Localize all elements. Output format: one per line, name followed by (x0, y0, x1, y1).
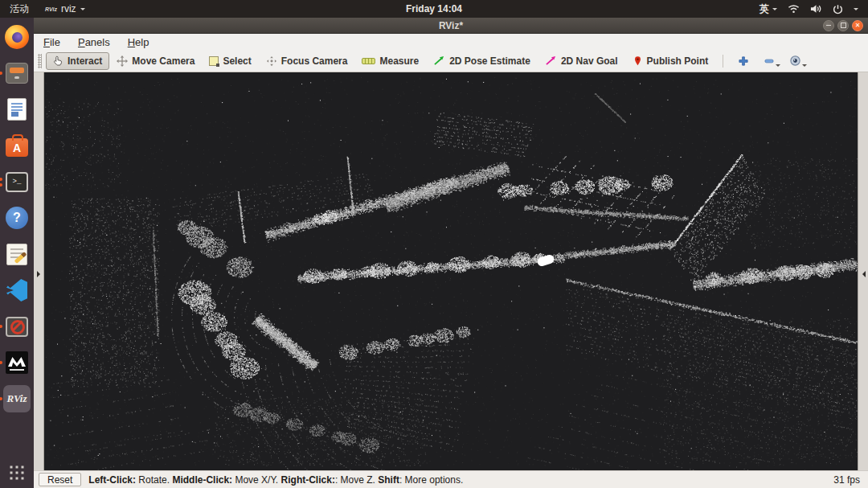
ubuntu-software-icon (6, 138, 28, 157)
system-top-bar: 活动 rviz Friday 14:04 英 (0, 0, 868, 18)
toolbar: Interact Move Camera Select Focus Camera (34, 50, 868, 72)
running-indicator (0, 168, 2, 195)
text-editor-icon (6, 244, 27, 265)
tool-move-camera[interactable]: Move Camera (109, 52, 202, 70)
tool-measure[interactable]: Measure (354, 52, 426, 70)
tool-interact[interactable]: Interact (46, 52, 109, 70)
dock-item-vscode[interactable] (3, 277, 31, 304)
terminal-icon (6, 172, 28, 192)
dock-item-blocked-app[interactable] (3, 313, 31, 340)
file-manager-icon (6, 63, 28, 84)
input-method-indicator[interactable]: 英 (760, 2, 777, 16)
3d-viewport[interactable] (44, 72, 858, 470)
displays-panel-collapsed-handle[interactable] (34, 72, 44, 470)
green-arrow-icon (433, 55, 445, 66)
views-panel-collapsed-handle[interactable] (858, 72, 868, 470)
dock-item-help[interactable] (3, 204, 31, 232)
tool-label: Focus Camera (281, 55, 348, 67)
dark-logo-app-icon (6, 351, 28, 374)
show-applications-button[interactable] (9, 465, 25, 481)
app-menu[interactable]: rviz (45, 3, 85, 14)
chevron-down-icon (776, 64, 780, 69)
dock-item-dark-logo-app[interactable] (3, 349, 31, 376)
close-button[interactable] (852, 20, 863, 31)
tool-focus-camera[interactable]: Focus Camera (259, 52, 355, 70)
input-method-label: 英 (760, 2, 769, 16)
tool-label: 2D Pose Estimate (449, 55, 530, 67)
minus-button[interactable] (756, 52, 782, 70)
pointcloud-canvas[interactable] (44, 72, 858, 470)
clock[interactable]: Friday 14:04 (406, 3, 462, 14)
fps-counter: 31 fps (833, 474, 863, 486)
menu-bar: File Panels Help (34, 34, 868, 50)
tool-label: Select (223, 55, 251, 67)
dock-item-rviz[interactable]: RViz (3, 385, 31, 412)
status-bar: Reset Left-Click: Rotate. Middle-Click: … (34, 470, 868, 488)
activities-button[interactable]: 活动 (10, 2, 29, 16)
window-title: RViz* (439, 20, 463, 31)
focus-crosshair-icon (266, 55, 277, 67)
chevron-down-icon (772, 8, 777, 13)
wifi-icon[interactable] (788, 4, 800, 14)
rviz-window: RViz* File Panels Help Interact (34, 18, 868, 488)
tool-label: Move Camera (132, 55, 194, 67)
toolbar-drag-handle[interactable] (38, 54, 42, 68)
running-indicator (0, 313, 2, 340)
selection-box-icon (209, 56, 219, 66)
dock-item-ubuntu-software[interactable] (3, 132, 31, 159)
move-arrows-icon (117, 55, 128, 67)
running-indicator (0, 59, 2, 87)
power-icon[interactable] (833, 4, 843, 14)
dock-item-terminal[interactable] (3, 168, 31, 195)
tool-2d-pose-estimate[interactable]: 2D Pose Estimate (426, 52, 538, 70)
rviz-icon: RViz (6, 392, 27, 405)
dock-item-file-manager[interactable] (3, 59, 31, 87)
ruler-icon (362, 58, 375, 64)
menu-help[interactable]: Help (128, 36, 149, 48)
chevron-down-icon (854, 8, 858, 13)
expand-panel-icon (859, 271, 866, 277)
tool-label: Measure (379, 55, 419, 67)
dock-item-libreoffice-writer[interactable] (3, 96, 31, 123)
blocked-app-icon (6, 317, 28, 337)
rviz-logo-icon (45, 6, 57, 12)
viewport-row (34, 72, 868, 470)
expand-panel-icon (37, 271, 43, 277)
tool-label: Interact (68, 55, 102, 67)
help-icon (6, 207, 28, 229)
tool-select[interactable]: Select (202, 52, 258, 70)
tool-label: Publish Point (647, 55, 709, 67)
app-menu-label: rviz (61, 3, 76, 14)
toolbar-separator (723, 55, 723, 68)
screen: 活动 rviz Friday 14:04 英 (0, 0, 868, 488)
menu-file[interactable]: File (43, 36, 60, 48)
firefox-icon (5, 25, 29, 49)
minimize-button[interactable] (823, 20, 834, 31)
vscode-icon (6, 279, 27, 301)
maximize-button[interactable] (837, 20, 849, 31)
chevron-down-icon (80, 8, 85, 13)
reset-button[interactable]: Reset (39, 473, 81, 486)
chevron-down-icon (802, 64, 807, 69)
running-indicator (0, 349, 2, 376)
minus-icon (764, 55, 775, 67)
tool-publish-point[interactable]: Publish Point (625, 52, 716, 70)
libreoffice-writer-icon (7, 98, 27, 121)
running-indicator (0, 385, 2, 412)
plus-button[interactable] (731, 52, 756, 70)
menu-panels[interactable]: Panels (78, 36, 110, 48)
plus-icon (738, 55, 749, 67)
mouse-help-text: Left-Click: Rotate. Middle-Click: Move X… (88, 474, 463, 486)
map-pin-icon (633, 55, 643, 67)
dock-item-firefox[interactable] (3, 23, 31, 51)
dock-item-text-editor[interactable] (3, 240, 31, 268)
magenta-arrow-icon (545, 55, 557, 66)
tool-2d-nav-goal[interactable]: 2D Nav Goal (538, 52, 625, 70)
tool-label: 2D Nav Goal (561, 55, 618, 67)
window-titlebar[interactable]: RViz* (34, 18, 868, 34)
dock: RViz (0, 18, 34, 488)
eye-icon (789, 55, 801, 67)
hand-pointer-icon (53, 55, 63, 66)
eye-button[interactable] (782, 51, 809, 70)
volume-icon[interactable] (810, 4, 822, 14)
